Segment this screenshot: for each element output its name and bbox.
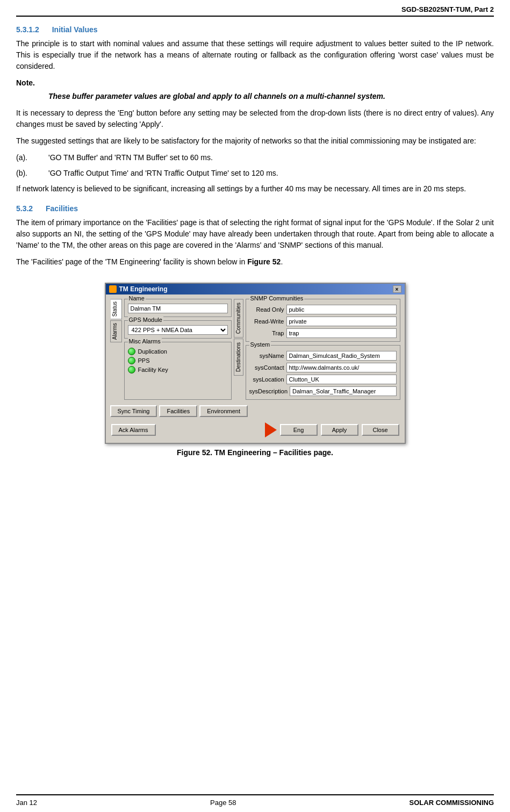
header-title: SGD-SB2025NT-TUM, Part 2 (401, 5, 494, 13)
misc-alarms-label: Misc Alarms (128, 338, 162, 344)
bottom-right-buttons: Eng Apply Close (265, 422, 399, 437)
list-item-b: (b). 'GO Traffic Output Time' and 'RTN T… (16, 168, 494, 179)
dialog-title: TM Engineering (119, 285, 168, 293)
snmp-communities-group: SNMP Communities Read Only Read-Write (246, 299, 400, 342)
system-group: System sysName sysContact (246, 345, 400, 400)
bottom-left-buttons: Ack Alarms (111, 424, 156, 436)
communities-tab[interactable]: Communities (234, 299, 243, 337)
section-532-heading: 5.3.2 Facilities (16, 204, 494, 213)
snmp-readwrite-input[interactable] (286, 317, 397, 326)
gps-group: GPS Module 422 PPS + NMEA Data (124, 320, 232, 339)
footer-right: SOLAR COMMISSIONING (410, 799, 494, 807)
status-tab[interactable]: Status (110, 299, 122, 319)
section-531-para3: The suggested settings that are likely t… (16, 135, 494, 147)
dialog-close-button[interactable]: × (393, 285, 401, 293)
snmp-readonly-input[interactable] (286, 305, 397, 314)
note-content: These buffer parameter values are global… (48, 91, 494, 102)
syslocation-input[interactable] (286, 375, 397, 384)
arrow-icon (265, 422, 277, 437)
dialog-main-content: Status Alarms Name GPS Module (110, 299, 400, 400)
gps-group-label: GPS Module (128, 317, 163, 323)
alarms-section: Misc Alarms Duplication PPS (124, 342, 232, 400)
sysname-label: sysName (249, 353, 284, 359)
sysdescription-row: sysDescription (249, 386, 397, 396)
note-label: Note. (16, 77, 494, 89)
sysdescription-label: sysDescription (249, 388, 288, 394)
gps-select[interactable]: 422 PPS + NMEA Data (128, 325, 228, 335)
eng-button[interactable]: Eng (280, 424, 318, 436)
sysname-input[interactable] (286, 351, 397, 361)
section-532-para2: The 'Facilities' page of the 'TM Enginee… (16, 256, 494, 268)
pps-label: PPS (138, 357, 150, 364)
section-531-para4: If network latency is believed to be sig… (16, 183, 494, 195)
sysdescription-input[interactable] (290, 386, 396, 396)
duplication-label: Duplication (138, 348, 167, 355)
name-input[interactable] (128, 304, 228, 313)
page-header: SGD-SB2025NT-TUM, Part 2 (16, 5, 494, 17)
dialog-titlebar: TM Engineering × (106, 284, 405, 294)
sync-timing-tab[interactable]: Sync Timing (110, 405, 157, 417)
duplication-led (128, 348, 135, 355)
alarms-tab[interactable]: Alarms (110, 320, 122, 342)
syscontact-input[interactable] (286, 363, 397, 372)
close-button[interactable]: Close (362, 424, 399, 436)
dialog-icon (109, 285, 117, 293)
tab-buttons-row: Sync Timing Facilities Environment (110, 405, 400, 417)
right-panel: SNMP Communities Read Only Read-Write (246, 299, 400, 400)
section-531-para1: The principle is to start with nominal v… (16, 38, 494, 72)
snmp-readonly-row: Read Only (249, 305, 397, 314)
snmp-readonly-label: Read Only (249, 306, 284, 313)
snmp-trap-row: Trap (249, 328, 397, 338)
sysname-row: sysName (249, 351, 397, 361)
page-footer: Jan 12 Page 58 SOLAR COMMISSIONING (16, 794, 494, 807)
alarm-facility-key: Facility Key (128, 366, 227, 373)
left-panel: Name GPS Module 422 PPS + NMEA Data (124, 299, 232, 400)
list-item-a: (a). 'GO TM Buffer' and 'RTN TM Buffer' … (16, 152, 494, 163)
figure-52-container: TM Engineering × Status Alarms (16, 283, 494, 457)
titlebar-left: TM Engineering (109, 285, 168, 293)
misc-alarms-box: Misc Alarms Duplication PPS (124, 342, 232, 400)
snmp-readwrite-row: Read-Write (249, 317, 397, 326)
middle-tabs: Communities Destinations (234, 299, 243, 400)
alarm-duplication: Duplication (128, 348, 227, 355)
syslocation-label: sysLocation (249, 376, 284, 383)
footer-left: Jan 12 (16, 799, 37, 807)
name-group-label: Name (128, 295, 146, 301)
tm-engineering-dialog: TM Engineering × Status Alarms (105, 283, 406, 444)
section-531-heading: 5.3.1.2 Initial Values (16, 25, 494, 34)
alarm-pps: PPS (128, 357, 227, 364)
pps-led (128, 357, 135, 364)
facility-key-label: Facility Key (138, 367, 168, 373)
figure-caption: Figure 52. TM Engineering – Facilities p… (177, 448, 333, 457)
dialog-body: Status Alarms Name GPS Module (106, 294, 405, 443)
bottom-btn-row: Ack Alarms Eng Apply Close (110, 420, 400, 439)
apply-button[interactable]: Apply (321, 424, 358, 436)
snmp-trap-label: Trap (249, 330, 284, 336)
facility-key-led (128, 366, 135, 373)
name-group: Name (124, 299, 232, 317)
syscontact-row: sysContact (249, 363, 397, 372)
section-531-para2: It is necessary to depress the 'Eng' but… (16, 107, 494, 130)
snmp-trap-input[interactable] (286, 328, 397, 338)
section-532-para1: The item of primary importance on the 'F… (16, 217, 494, 251)
syscontact-label: sysContact (249, 364, 284, 371)
footer-center: Page 58 (210, 799, 236, 807)
facilities-tab[interactable]: Facilities (159, 405, 197, 417)
snmp-readwrite-label: Read-Write (249, 318, 284, 325)
snmp-group-label: SNMP Communities (249, 295, 305, 301)
environment-tab[interactable]: Environment (199, 405, 248, 417)
ack-alarms-button[interactable]: Ack Alarms (111, 424, 156, 436)
side-tabs: Status Alarms (110, 299, 122, 400)
syslocation-row: sysLocation (249, 375, 397, 384)
system-group-label: System (249, 341, 271, 348)
destinations-tab[interactable]: Destinations (234, 339, 243, 376)
